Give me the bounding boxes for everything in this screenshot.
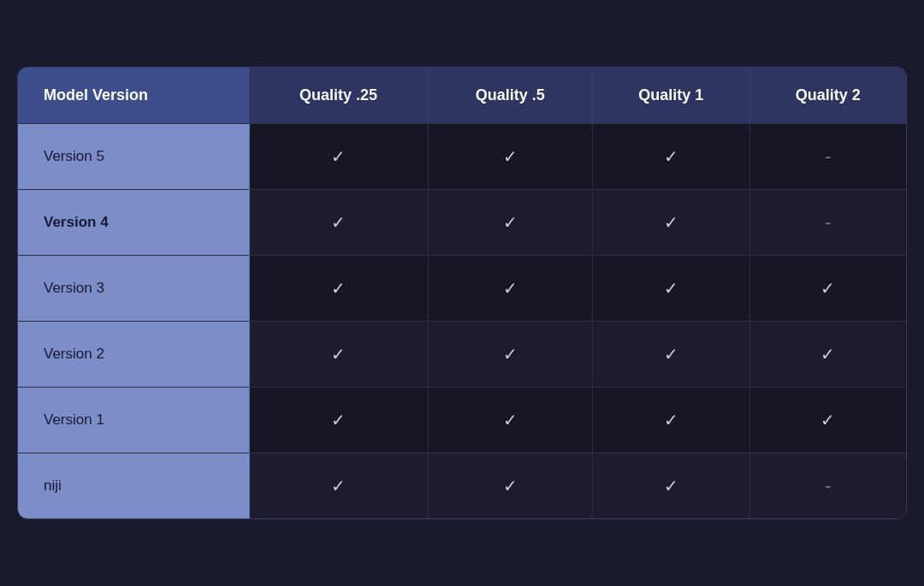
table-row: Version 5✓✓✓- xyxy=(18,124,906,190)
support-cell: ✓ xyxy=(749,256,906,322)
support-cell: ✓ xyxy=(428,124,592,190)
check-icon: ✓ xyxy=(820,279,835,298)
support-cell: ✓ xyxy=(428,388,592,453)
header-quality-2: Quality 2 xyxy=(749,68,906,124)
check-icon: ✓ xyxy=(331,213,346,232)
version-cell: Version 1 xyxy=(18,388,249,453)
check-icon: ✓ xyxy=(664,279,678,298)
support-cell: ✓ xyxy=(249,453,428,519)
table-row: niji✓✓✓- xyxy=(18,453,906,519)
check-icon: ✓ xyxy=(503,147,518,166)
support-cell: ✓ xyxy=(592,322,749,388)
check-icon: ✓ xyxy=(503,345,518,364)
support-cell: ✓ xyxy=(592,124,749,190)
table-row: Version 3✓✓✓✓ xyxy=(18,256,906,322)
support-cell: - xyxy=(749,124,906,190)
check-icon: ✓ xyxy=(503,213,518,232)
version-cell: niji xyxy=(18,453,249,519)
header-quality-1: Quality 1 xyxy=(592,68,749,124)
check-icon: ✓ xyxy=(664,411,678,429)
support-cell: ✓ xyxy=(249,256,428,322)
check-icon: ✓ xyxy=(503,476,518,495)
check-icon: ✓ xyxy=(503,279,518,298)
support-cell: ✓ xyxy=(249,388,428,453)
dash-icon: - xyxy=(825,213,831,232)
version-cell: Version 4 xyxy=(18,190,249,256)
table-row: Version 2✓✓✓✓ xyxy=(18,322,906,388)
header-model-version: Model Version xyxy=(18,68,249,124)
table-header-row: Model Version Quality .25 Quality .5 Qua… xyxy=(18,68,906,124)
check-icon: ✓ xyxy=(331,476,346,495)
support-cell: ✓ xyxy=(428,256,592,322)
support-cell: ✓ xyxy=(428,453,592,519)
check-icon: ✓ xyxy=(820,345,835,364)
table-row: Version 1✓✓✓✓ xyxy=(18,388,906,453)
compatibility-table: Model Version Quality .25 Quality .5 Qua… xyxy=(17,67,907,519)
check-icon: ✓ xyxy=(331,279,346,298)
support-cell: ✓ xyxy=(428,190,592,256)
support-cell: ✓ xyxy=(249,322,428,388)
version-cell: Version 3 xyxy=(18,256,249,322)
check-icon: ✓ xyxy=(664,147,678,166)
support-cell: ✓ xyxy=(428,322,592,388)
support-cell: ✓ xyxy=(249,190,428,256)
header-quality-5: Quality .5 xyxy=(428,68,592,124)
support-cell: ✓ xyxy=(592,256,749,322)
support-cell: - xyxy=(749,453,906,519)
support-cell: ✓ xyxy=(249,124,428,190)
check-icon: ✓ xyxy=(503,411,518,429)
support-cell: ✓ xyxy=(749,322,906,388)
check-icon: ✓ xyxy=(664,476,678,495)
version-cell: Version 2 xyxy=(18,322,249,388)
check-icon: ✓ xyxy=(331,345,346,364)
dash-icon: - xyxy=(825,147,831,166)
check-icon: ✓ xyxy=(331,411,346,429)
check-icon: ✓ xyxy=(664,345,678,364)
check-icon: ✓ xyxy=(664,213,678,232)
support-cell: - xyxy=(749,190,906,256)
support-cell: ✓ xyxy=(592,190,749,256)
support-cell: ✓ xyxy=(749,388,906,453)
version-cell: Version 5 xyxy=(18,124,249,190)
check-icon: ✓ xyxy=(820,411,835,429)
table-row: Version 4✓✓✓- xyxy=(18,190,906,256)
check-icon: ✓ xyxy=(331,147,346,166)
dash-icon: - xyxy=(825,476,831,495)
support-cell: ✓ xyxy=(592,388,749,453)
support-cell: ✓ xyxy=(592,453,749,519)
header-quality-25: Quality .25 xyxy=(249,68,428,124)
